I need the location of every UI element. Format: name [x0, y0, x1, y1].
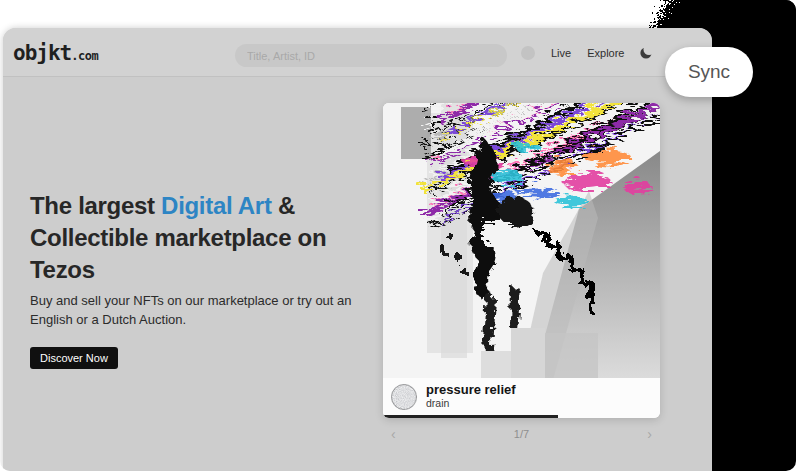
moon-icon: [640, 46, 653, 59]
navbar: objkt.com Live Explore: [3, 28, 712, 77]
nft-title: pressure relief: [426, 383, 516, 397]
discover-now-button[interactable]: Discover Now: [30, 347, 118, 369]
carousel-progress-fill: [383, 415, 558, 418]
carousel-pager: ‹ 1/7 ›: [383, 425, 660, 445]
heading-pre: The largest: [30, 192, 161, 219]
search-input[interactable]: [235, 44, 507, 67]
carousel-progress-track: [383, 415, 660, 418]
nft-card-footer: pressure relief drain: [383, 378, 660, 415]
next-button chevron-right-icon[interactable]: ›: [647, 426, 652, 442]
logo-text: objkt: [13, 41, 71, 65]
screenshot-canvas: objkt.com Live Explore The l: [0, 0, 796, 471]
featured-carousel: pressure relief drain ‹ 1/7 ›: [383, 103, 660, 445]
dark-mode-toggle[interactable]: [640, 46, 653, 59]
logo[interactable]: objkt.com: [13, 41, 98, 65]
nav-explore[interactable]: Explore: [587, 47, 624, 59]
nft-artist[interactable]: drain: [426, 397, 516, 410]
app-window: objkt.com Live Explore The l: [3, 28, 712, 471]
artist-avatar: [391, 384, 417, 410]
nft-artwork-image: [383, 103, 660, 378]
nav-live[interactable]: Live: [551, 47, 571, 59]
sync-button[interactable]: Sync: [665, 47, 753, 97]
status-dot: [521, 46, 535, 60]
logo-tld: .com: [71, 49, 98, 63]
sync-button-label: Sync: [688, 61, 730, 83]
navbar-right: Live Explore: [521, 28, 653, 77]
hero-heading: The largest Digital Art & Collectible ma…: [30, 190, 360, 286]
hero-description: Buy and sell your NFTs on our marketplac…: [30, 291, 375, 329]
page-indicator: 1/7: [383, 428, 660, 440]
heading-highlight: Digital Art: [161, 192, 271, 219]
nft-card[interactable]: pressure relief drain: [383, 103, 660, 418]
